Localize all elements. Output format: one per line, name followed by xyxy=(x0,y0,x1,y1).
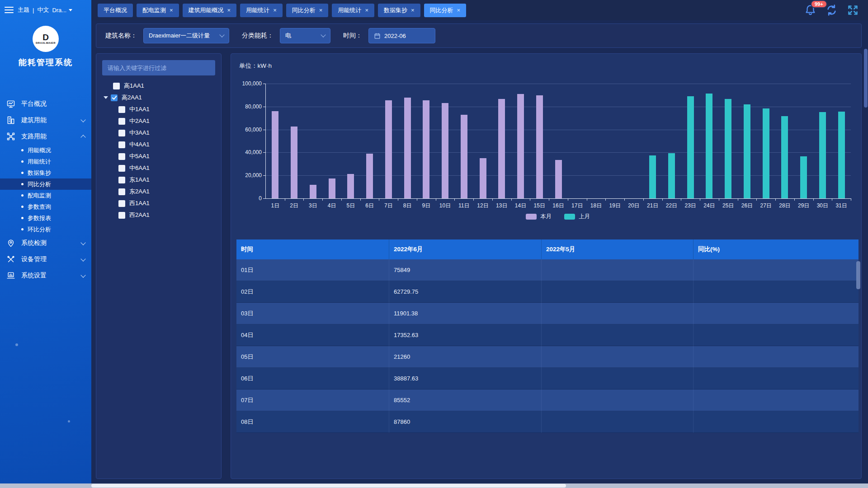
table-row[interactable]: 04日17352.63 xyxy=(236,324,859,346)
tree-node-东2AA1[interactable]: 东2AA1 xyxy=(96,186,221,197)
checkbox[interactable] xyxy=(118,188,125,195)
tree-node-中5AA1[interactable]: 中5AA1 xyxy=(96,150,221,162)
bar-本月-12日[interactable] xyxy=(480,158,486,198)
checkbox[interactable] xyxy=(118,200,125,207)
table-row[interactable]: 02日62729.75 xyxy=(236,281,859,303)
sidebar-item-建筑用能[interactable]: 建筑用能 xyxy=(0,112,91,128)
table-header-cell[interactable]: 2022年6月 xyxy=(389,239,542,259)
checkbox[interactable] xyxy=(118,212,125,219)
sidebar-subitem-用能概况[interactable]: 用能概况 xyxy=(0,145,91,156)
checkbox[interactable] xyxy=(113,83,120,89)
table-row[interactable]: 08日87860 xyxy=(236,411,859,433)
tab-item[interactable]: 同比分析× xyxy=(424,4,467,17)
vertical-scrollbar[interactable] xyxy=(864,23,868,479)
sidebar-item-平台概况[interactable]: 平台概况 xyxy=(0,96,91,112)
bar-本月-4日[interactable] xyxy=(329,178,335,198)
tree-node-中6AA1[interactable]: 中6AA1 xyxy=(96,162,221,174)
bar-上月-24日[interactable] xyxy=(706,94,712,198)
close-icon[interactable]: × xyxy=(227,7,231,13)
user-menu[interactable]: Dra... xyxy=(52,7,72,14)
bar-上月-28日[interactable] xyxy=(781,116,788,198)
tree-node-高2AA1[interactable]: 高2AA1 xyxy=(96,92,221,103)
tab-item[interactable]: 用能统计× xyxy=(240,4,283,17)
checkbox[interactable] xyxy=(111,94,118,101)
date-picker[interactable]: 2022-06 xyxy=(368,28,435,43)
sidebar-item-系统检测[interactable]: 系统检测 xyxy=(0,235,91,251)
checkbox[interactable] xyxy=(118,153,125,160)
tree-node-中2AA1[interactable]: 中2AA1 xyxy=(96,115,221,127)
table-scrollbar[interactable] xyxy=(856,261,860,435)
bar-本月-13日[interactable] xyxy=(498,99,505,198)
language-link[interactable]: 中文 xyxy=(37,6,49,14)
bar-上月-25日[interactable] xyxy=(725,99,731,198)
checkbox[interactable] xyxy=(118,118,125,125)
bar-上月-30日[interactable] xyxy=(819,112,826,198)
sidebar-item-支路用能[interactable]: 支路用能 xyxy=(0,128,91,145)
refresh-icon[interactable] xyxy=(826,4,838,16)
table-header-cell[interactable]: 时间 xyxy=(236,239,389,259)
tab-item[interactable]: 建筑用能概况× xyxy=(183,4,237,17)
bar-本月-5日[interactable] xyxy=(347,174,354,198)
bar-本月-8日[interactable] xyxy=(404,98,411,198)
tab-item[interactable]: 配电监测× xyxy=(137,4,179,17)
checkbox[interactable] xyxy=(118,165,125,172)
bar-上月-29日[interactable] xyxy=(800,156,807,198)
tree-node-高1AA1[interactable]: 高1AA1 xyxy=(96,80,221,92)
tree-node-西1AA1[interactable]: 西1AA1 xyxy=(96,197,221,209)
bar-本月-2日[interactable] xyxy=(291,127,297,198)
table-row[interactable]: 07日85552 xyxy=(236,389,859,411)
table-row[interactable]: 01日75849 xyxy=(236,259,859,281)
close-icon[interactable]: × xyxy=(457,7,461,13)
table-header-cell[interactable]: 同比(%) xyxy=(693,239,859,259)
close-icon[interactable]: × xyxy=(319,7,323,13)
sidebar-item-设备管理[interactable]: 设备管理 xyxy=(0,251,91,267)
tab-item[interactable]: 同比分析× xyxy=(286,4,329,17)
tree-node-中4AA1[interactable]: 中4AA1 xyxy=(96,139,221,150)
bar-本月-3日[interactable] xyxy=(310,185,316,198)
tree-node-中1AA1[interactable]: 中1AA1 xyxy=(96,103,221,115)
close-icon[interactable]: × xyxy=(273,7,277,13)
hamburger-menu-icon[interactable] xyxy=(5,7,14,13)
bar-上月-23日[interactable] xyxy=(687,96,694,198)
close-icon[interactable]: × xyxy=(170,7,173,13)
bar-本月-7日[interactable] xyxy=(385,100,392,198)
tree-node-西2AA1[interactable]: 西2AA1 xyxy=(96,209,221,221)
bar-上月-21日[interactable] xyxy=(649,155,656,199)
bar-本月-6日[interactable] xyxy=(366,154,373,198)
sidebar-item-系统设置[interactable]: 系统设置 xyxy=(0,267,91,284)
tree-filter-input[interactable] xyxy=(102,60,215,75)
sidebar-subitem-数据集抄[interactable]: 数据集抄 xyxy=(0,167,91,178)
bar-本月-10日[interactable] xyxy=(442,103,448,198)
table-row[interactable]: 03日11901.38 xyxy=(236,303,859,324)
checkbox[interactable] xyxy=(118,130,125,136)
sidebar-subitem-同比分析[interactable]: 同比分析 xyxy=(0,178,91,190)
table-row[interactable]: 05日21260 xyxy=(236,346,859,368)
tab-item[interactable]: 平台概况 xyxy=(98,4,133,17)
tab-item[interactable]: 数据集抄× xyxy=(378,4,420,17)
tab-item[interactable]: 用能统计× xyxy=(332,4,374,17)
bar-本月-1日[interactable] xyxy=(272,111,278,198)
sidebar-subitem-用能统计[interactable]: 用能统计 xyxy=(0,156,91,167)
bar-上月-26日[interactable] xyxy=(744,104,750,198)
sidebar-subitem-参数报表[interactable]: 参数报表 xyxy=(0,212,91,224)
close-icon[interactable]: × xyxy=(411,7,415,13)
bar-上月-27日[interactable] xyxy=(763,108,769,198)
checkbox[interactable] xyxy=(118,141,125,148)
bar-本月-15日[interactable] xyxy=(536,95,543,198)
close-icon[interactable]: × xyxy=(365,7,368,13)
bar-本月-16日[interactable] xyxy=(555,160,562,198)
caret-down-icon[interactable] xyxy=(104,96,108,99)
theme-link[interactable]: 主题 xyxy=(18,6,29,14)
sidebar-subitem-配电监测[interactable]: 配电监测 xyxy=(0,190,91,201)
legend-item-上月[interactable]: 上月 xyxy=(564,213,590,221)
checkbox[interactable] xyxy=(118,106,125,113)
category-select[interactable]: 电 xyxy=(280,28,330,43)
bar-本月-14日[interactable] xyxy=(517,94,524,198)
table-row[interactable]: 06日38887.63 xyxy=(236,368,859,389)
sidebar-subitem-参数查询[interactable]: 参数查询 xyxy=(0,201,91,212)
tree-node-东1AA1[interactable]: 东1AA1 xyxy=(96,174,221,186)
checkbox[interactable] xyxy=(118,177,125,183)
tree-node-中3AA1[interactable]: 中3AA1 xyxy=(96,127,221,139)
building-select[interactable]: Draexlmaier一二级计量 xyxy=(143,28,229,43)
sidebar-subitem-环比分析[interactable]: 环比分析 xyxy=(0,224,91,235)
